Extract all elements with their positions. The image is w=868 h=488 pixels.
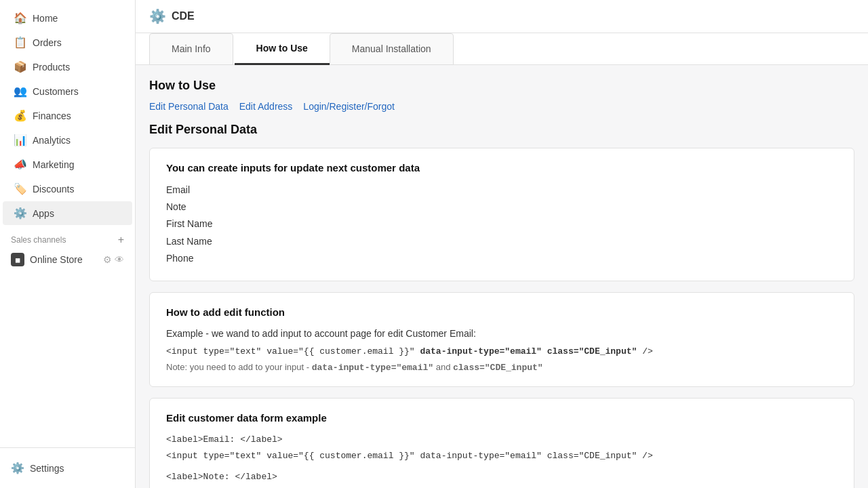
field-list-item: First Name bbox=[166, 216, 837, 232]
sidebar-nav: 🏠Home📋Orders📦Products👥Customers💰Finances… bbox=[0, 0, 135, 447]
code-line: <label>Note: </label> bbox=[166, 469, 837, 485]
sidebar: 🏠Home📋Orders📦Products👥Customers💰Finances… bbox=[0, 0, 136, 488]
discounts-icon: 🏷️ bbox=[14, 182, 26, 195]
marketing-icon: 📣 bbox=[14, 158, 26, 171]
card3-title: Edit customer data form example bbox=[166, 412, 837, 424]
page-content: How to Use Edit Personal Data Edit Addre… bbox=[136, 65, 868, 488]
field-list-item: Email bbox=[166, 182, 837, 199]
card2-example-text: Example - we wand to add input to accoun… bbox=[166, 326, 837, 341]
online-store-item[interactable]: ◼ Online Store ⚙ 👁 bbox=[0, 249, 135, 270]
sidebar-label-products: Products bbox=[33, 62, 70, 73]
tab-manual-installation[interactable]: Manual Installation bbox=[330, 33, 454, 65]
card2-code-line: <input type="text" value="{{ customer.em… bbox=[166, 346, 837, 357]
code-bold-part: data-input-type="email" class="CDE_input… bbox=[420, 346, 637, 357]
page-heading: How to Use bbox=[149, 79, 854, 93]
sub-nav-login-register-forgot[interactable]: Login/Register/Forgot bbox=[303, 101, 395, 112]
sales-channels-section: Sales channels + bbox=[0, 226, 135, 249]
settings-gear-icon: ⚙️ bbox=[11, 462, 23, 474]
orders-icon: 📋 bbox=[14, 36, 26, 49]
sub-nav-edit-personal-data[interactable]: Edit Personal Data bbox=[149, 101, 229, 112]
code-suffix: /> bbox=[637, 346, 652, 357]
tabs-bar: Main InfoHow to UseManual Installation bbox=[136, 33, 868, 65]
sidebar-label-home: Home bbox=[33, 13, 58, 24]
sidebar-item-analytics[interactable]: 📊Analytics bbox=[3, 128, 132, 152]
section-heading: Edit Personal Data bbox=[149, 123, 854, 137]
field-list-item: Phone bbox=[166, 250, 837, 267]
code-line: <input type="text" value="{{ customer.em… bbox=[166, 448, 837, 464]
card2-note: Note: you need to add to your input - da… bbox=[166, 362, 837, 373]
app-header-icon: ⚙️ bbox=[149, 8, 166, 24]
sub-nav: Edit Personal Data Edit Address Login/Re… bbox=[149, 101, 854, 112]
sidebar-item-finances[interactable]: 💰Finances bbox=[3, 104, 132, 127]
card2-title: How to add edit function bbox=[166, 306, 837, 318]
card-how-to-add: How to add edit function Example - we wa… bbox=[149, 292, 854, 387]
finances-icon: 💰 bbox=[14, 109, 26, 122]
settings-label: Settings bbox=[30, 463, 64, 474]
sidebar-label-marketing: Marketing bbox=[33, 159, 74, 170]
sales-channels-label: Sales channels bbox=[11, 235, 66, 245]
sidebar-item-customers[interactable]: 👥Customers bbox=[3, 79, 132, 103]
app-header-title: CDE bbox=[172, 10, 195, 22]
sidebar-item-products[interactable]: 📦Products bbox=[3, 55, 132, 79]
sidebar-label-discounts: Discounts bbox=[33, 184, 74, 195]
app-header: ⚙️ CDE bbox=[136, 0, 868, 33]
sidebar-label-customers: Customers bbox=[33, 86, 79, 97]
main-content: ⚙️ CDE Main InfoHow to UseManual Install… bbox=[136, 0, 868, 488]
sub-nav-edit-address[interactable]: Edit Address bbox=[239, 101, 293, 112]
analytics-icon: 📊 bbox=[14, 134, 26, 146]
sidebar-label-apps: Apps bbox=[33, 208, 54, 219]
field-list-item: Note bbox=[166, 199, 837, 216]
online-store-label: Online Store bbox=[30, 254, 83, 265]
sidebar-item-home[interactable]: 🏠Home bbox=[3, 6, 132, 30]
settings-icon[interactable]: ⚙ bbox=[103, 254, 112, 265]
tab-how-to-use[interactable]: How to Use bbox=[235, 33, 330, 65]
code-line: <input type="text" value="{{ customer.no… bbox=[166, 485, 837, 489]
code-line: <label>Email: </label> bbox=[166, 432, 837, 447]
settings-nav-item[interactable]: ⚙️ Settings bbox=[11, 459, 124, 477]
card3-code-block: <label>Email: </label><input type="text"… bbox=[166, 432, 837, 488]
products-icon: 📦 bbox=[14, 60, 26, 73]
sidebar-item-discounts[interactable]: 🏷️Discounts bbox=[3, 177, 132, 201]
field-list-item: Last Name bbox=[166, 233, 837, 250]
home-icon: 🏠 bbox=[14, 12, 26, 24]
add-sales-channel-button[interactable]: + bbox=[118, 234, 124, 246]
sidebar-settings: ⚙️ Settings bbox=[0, 447, 135, 488]
sidebar-label-finances: Finances bbox=[33, 110, 71, 121]
apps-icon: ⚙️ bbox=[14, 207, 26, 220]
sidebar-item-marketing[interactable]: 📣Marketing bbox=[3, 152, 132, 176]
online-store-icon: ◼ bbox=[11, 253, 24, 266]
sidebar-item-orders[interactable]: 📋Orders bbox=[3, 30, 132, 54]
card-form-example: Edit customer data form example <label>E… bbox=[149, 398, 854, 488]
code-prefix: <input type="text" value="{{ customer.em… bbox=[166, 346, 420, 357]
sidebar-label-analytics: Analytics bbox=[33, 135, 71, 146]
customers-icon: 👥 bbox=[14, 85, 26, 98]
sidebar-label-orders: Orders bbox=[33, 37, 62, 48]
field-list: EmailNoteFirst NameLast NamePhone bbox=[166, 182, 837, 267]
sidebar-item-apps[interactable]: ⚙️Apps bbox=[3, 201, 132, 225]
tab-main-info[interactable]: Main Info bbox=[149, 33, 233, 65]
eye-icon[interactable]: 👁 bbox=[115, 254, 124, 265]
card-fields: You can create inputs for update next cu… bbox=[149, 148, 854, 281]
card1-title: You can create inputs for update next cu… bbox=[166, 162, 837, 174]
